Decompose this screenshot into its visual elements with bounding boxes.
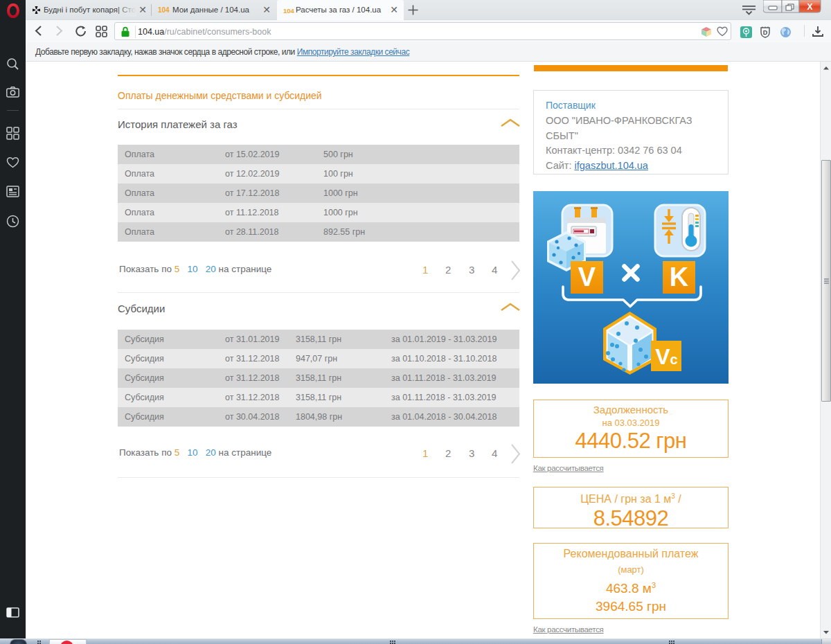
svg-text:X: X xyxy=(807,2,812,12)
svg-text:V: V xyxy=(578,262,596,292)
svg-text:c: c xyxy=(670,352,677,367)
svg-text:K: K xyxy=(670,262,689,292)
svg-text:V: V xyxy=(655,344,670,369)
svg-text:D: D xyxy=(763,29,768,36)
